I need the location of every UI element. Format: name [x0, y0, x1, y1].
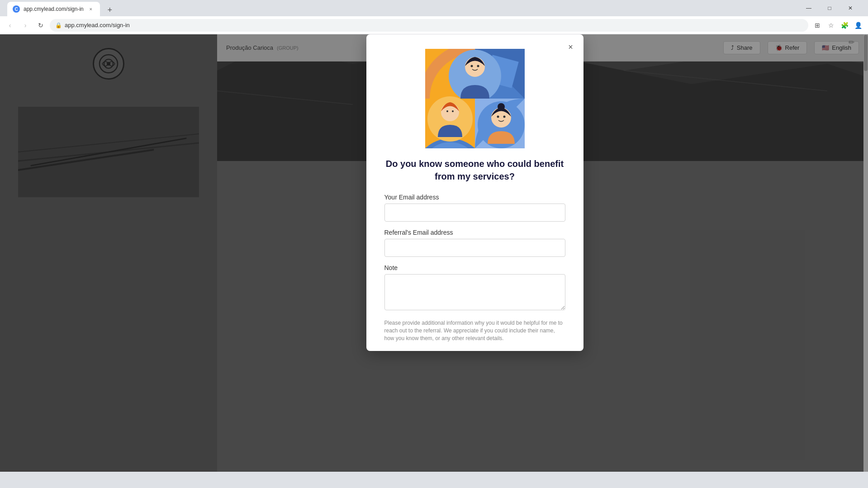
translate-icon[interactable]: ⊞ — [811, 19, 824, 32]
active-tab[interactable]: C app.cmylead.com/sign-in × — [7, 2, 100, 16]
forward-button[interactable]: › — [19, 19, 32, 32]
modal-title: Do you know someone who could benefit fr… — [366, 157, 583, 183]
note-form-group: Note — [384, 264, 565, 312]
minimize-button[interactable]: — — [798, 0, 819, 16]
modal-close-button[interactable]: × — [564, 40, 578, 54]
tab-title: app.cmylead.com/sign-in — [24, 6, 84, 12]
page-content: Produção Carioca (GROUP) ✏ ⤴ Share 🐞 Ref… — [0, 34, 868, 472]
profile-icon[interactable]: 👤 — [852, 19, 864, 32]
maximize-button[interactable]: □ — [819, 0, 840, 16]
referral-form-group: Referral's Email address — [384, 229, 565, 257]
address-bar: ‹ › ↻ 🔒 app.cmylead.com/sign-in ⊞ ☆ 🧩 👤 — [0, 16, 868, 34]
bookmark-icon[interactable]: ☆ — [825, 19, 837, 32]
close-button[interactable]: ✕ — [840, 0, 861, 16]
url-text: app.cmylead.com/sign-in — [65, 22, 130, 28]
svg-point-30 — [503, 116, 505, 118]
browser-chrome: C app.cmylead.com/sign-in × + — □ ✕ ‹ › … — [0, 0, 868, 34]
tab-close-button[interactable]: × — [87, 5, 95, 13]
new-tab-button[interactable]: + — [104, 4, 116, 16]
illustration-container — [425, 49, 525, 148]
note-textarea[interactable] — [384, 274, 565, 310]
email-input[interactable] — [384, 204, 565, 222]
modal-backdrop: × — [0, 34, 868, 472]
url-bar[interactable]: 🔒 app.cmylead.com/sign-in — [50, 19, 808, 32]
window-controls: — □ ✕ — [798, 0, 861, 16]
title-bar: C app.cmylead.com/sign-in × + — □ ✕ — [0, 0, 868, 16]
referral-label: Referral's Email address — [384, 229, 565, 236]
address-bar-icons: ⊞ ☆ 🧩 👤 — [811, 19, 864, 32]
svg-point-28 — [498, 103, 505, 110]
referral-email-input[interactable] — [384, 239, 565, 257]
form-helper-text: Please provide additional information wh… — [384, 319, 565, 342]
svg-point-19 — [477, 65, 479, 67]
tab-favicon: C — [13, 5, 20, 13]
referral-modal: × — [366, 34, 583, 351]
email-form-group: Your Email address — [384, 194, 565, 222]
svg-point-24 — [452, 110, 454, 112]
back-button[interactable]: ‹ — [4, 19, 16, 32]
lock-icon: 🔒 — [55, 22, 62, 28]
email-label: Your Email address — [384, 194, 565, 201]
svg-point-29 — [497, 116, 499, 118]
svg-point-23 — [446, 110, 448, 112]
reload-button[interactable]: ↻ — [34, 19, 47, 32]
extensions-icon[interactable]: 🧩 — [838, 19, 851, 32]
website-background: Produção Carioca (GROUP) ✏ ⤴ Share 🐞 Ref… — [0, 34, 868, 472]
note-label: Note — [384, 264, 565, 271]
modal-form: Your Email address Referral's Email addr… — [366, 194, 583, 342]
modal-illustration — [366, 34, 583, 157]
svg-point-18 — [470, 65, 473, 67]
